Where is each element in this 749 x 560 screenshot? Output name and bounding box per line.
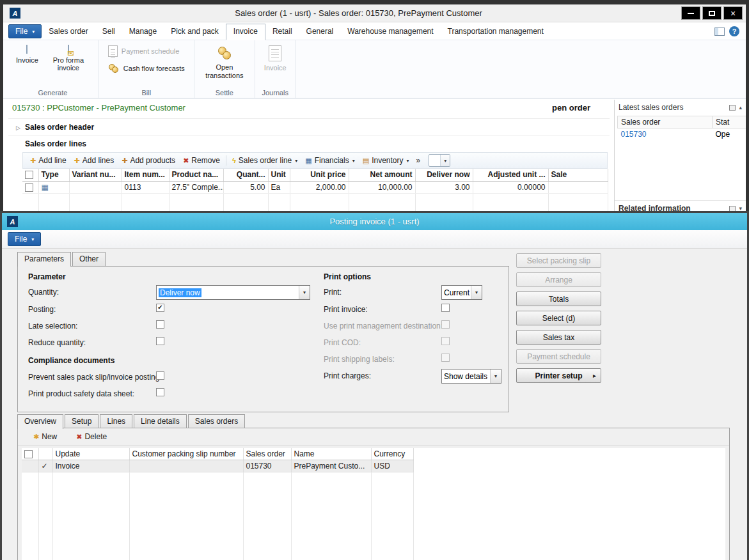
- close-button[interactable]: ×: [723, 6, 743, 20]
- ribbon: Invoice ✉ Pro forma invoice Generate Pay…: [3, 40, 746, 98]
- financials-label: Financials: [315, 156, 349, 165]
- tab-lines[interactable]: Lines: [100, 414, 132, 428]
- tab-line-details[interactable]: Line details: [134, 414, 187, 428]
- remove-button[interactable]: ✖Remove: [179, 155, 224, 166]
- latest-order-status: Ope: [713, 128, 746, 141]
- totals-button[interactable]: Totals: [516, 292, 601, 306]
- reduce-quantity-checkbox[interactable]: [156, 337, 164, 345]
- column-header-type[interactable]: Type: [38, 169, 69, 181]
- dialog-filebar: File ▾: [2, 230, 747, 249]
- column-header-quantity[interactable]: Quant...: [223, 169, 268, 181]
- column-header-unit[interactable]: Unit: [268, 169, 290, 181]
- ribbon-group-generate: Invoice ✉ Pro forma invoice Generate: [7, 40, 99, 98]
- sales-tax-button[interactable]: Sales tax: [516, 330, 601, 345]
- cell-item-number: 0113: [122, 181, 169, 193]
- column-header-deliver-now[interactable]: Deliver now: [415, 169, 473, 181]
- column-header-item-number[interactable]: Item num...: [122, 169, 169, 181]
- tab-setup[interactable]: Setup: [65, 414, 99, 428]
- ribbon-tab-sales-order[interactable]: Sales order: [42, 24, 95, 40]
- maximize-button[interactable]: [702, 6, 721, 20]
- overview-grid: Update Customer packing slip number Sale…: [22, 448, 414, 560]
- grid-header-row: Type Variant nu... Item num... Product n…: [22, 169, 608, 181]
- safety-sheet-checkbox[interactable]: [156, 388, 164, 396]
- invoice-button[interactable]: Invoice: [13, 44, 41, 65]
- tab-other[interactable]: Other: [72, 252, 106, 266]
- sales-line-row[interactable]: ▦ 0113 27.5" Comple... 5.00 Ea 2,000.00 …: [22, 181, 608, 193]
- column-header-sales-price[interactable]: Sale: [548, 169, 608, 181]
- ribbon-tab-pick-and-pack[interactable]: Pick and pack: [164, 24, 226, 40]
- add-products-button[interactable]: ✚Add products: [118, 155, 179, 166]
- print-dropdown[interactable]: Current ▾: [441, 285, 482, 300]
- sales-order-line-menu[interactable]: ϟSales order line▾: [228, 155, 301, 166]
- collapse-up-icon[interactable]: ▴: [739, 104, 742, 111]
- column-header-name[interactable]: Name: [291, 448, 371, 460]
- ribbon-tab-transportation-management[interactable]: Transportation management: [441, 24, 551, 40]
- ribbon-tab-warehouse-management[interactable]: Warehouse management: [340, 24, 440, 40]
- ribbon-tab-general[interactable]: General: [299, 24, 341, 40]
- select-all-checkbox[interactable]: [24, 450, 33, 458]
- tab-sales-orders[interactable]: Sales orders: [188, 414, 245, 428]
- column-header-update[interactable]: Update: [52, 448, 129, 460]
- layout-icon[interactable]: [714, 27, 725, 36]
- group-label-generate: Generate: [7, 89, 99, 97]
- toolbar-overflow-button[interactable]: »: [413, 155, 424, 166]
- quantity-value: Deliver now: [159, 288, 201, 297]
- delete-button[interactable]: ✖Delete: [75, 431, 108, 442]
- posting-checkbox[interactable]: ✔: [156, 304, 164, 312]
- popout-icon[interactable]: [729, 105, 736, 111]
- financials-menu[interactable]: ▦Financials▾: [301, 155, 358, 166]
- column-header-net-amount[interactable]: Net amount: [349, 169, 415, 181]
- cell-update: Invoice: [52, 460, 129, 472]
- chevron-down-icon: ▾: [440, 155, 450, 166]
- file-menu-button[interactable]: File ▾: [8, 24, 42, 38]
- cash-flow-forecasts-button[interactable]: Cash flow forecasts: [106, 61, 187, 75]
- minimize-button[interactable]: [681, 6, 700, 20]
- help-icon[interactable]: ?: [729, 26, 739, 36]
- prevent-posting-checkbox[interactable]: [156, 371, 164, 380]
- new-button[interactable]: ✱New: [32, 431, 58, 442]
- print-invoice-checkbox[interactable]: [441, 304, 450, 312]
- quantity-dropdown[interactable]: Deliver now ▾: [156, 285, 310, 300]
- add-line-button[interactable]: ✚Add line: [26, 155, 70, 166]
- column-header-sales-order[interactable]: Sales order: [243, 448, 291, 460]
- row-checkbox[interactable]: [25, 183, 33, 192]
- column-header-product-name[interactable]: Product na...: [169, 169, 223, 181]
- add-lines-button[interactable]: ✚Add lines: [70, 155, 118, 166]
- column-header-currency[interactable]: Currency: [371, 448, 413, 460]
- pro-forma-invoice-button[interactable]: ✉ Pro forma invoice: [45, 44, 92, 74]
- column-header-variant[interactable]: Variant nu...: [69, 169, 122, 181]
- dialog-file-menu-label: File: [15, 235, 27, 244]
- cell-product-name: 27.5" Comple...: [169, 181, 223, 193]
- expand-icon[interactable]: ▷: [16, 125, 20, 131]
- sales-order-lines-section: Sales order lines: [25, 139, 86, 148]
- ribbon-tab-manage[interactable]: Manage: [122, 24, 164, 40]
- sales-order-link[interactable]: 015730: [621, 130, 647, 139]
- cell-name: PrePayment Custo...: [291, 460, 371, 472]
- printer-setup-button[interactable]: Printer setup ▸: [516, 368, 601, 383]
- main-window-title: Sales order (1 - usrt) - Sales order: 01…: [42, 8, 675, 18]
- column-header-packing-slip-number[interactable]: Customer packing slip number: [129, 448, 243, 460]
- toolbar-view-dropdown[interactable]: ▾: [429, 154, 450, 167]
- print-charges-dropdown[interactable]: Show details ▾: [441, 369, 501, 384]
- factbox-column-sales-order: Sales order: [618, 116, 713, 128]
- dialog-file-menu-button[interactable]: File ▾: [8, 232, 41, 246]
- ribbon-tab-sell[interactable]: Sell: [95, 24, 122, 40]
- column-header-adjusted-unit[interactable]: Adjusted unit ...: [473, 169, 548, 181]
- select-all-checkbox[interactable]: [25, 171, 33, 179]
- column-header-unit-price[interactable]: Unit price: [290, 169, 349, 181]
- open-transactions-button[interactable]: Open transactions: [201, 44, 248, 81]
- ribbon-tab-retail[interactable]: Retail: [265, 24, 299, 40]
- ribbon-tab-invoice[interactable]: Invoice: [226, 24, 265, 40]
- inventory-menu[interactable]: ▤Inventory▾: [359, 155, 413, 166]
- posting-row[interactable]: ✓ Invoice 015730 PrePayment Custo... USD: [22, 460, 413, 472]
- sales-lines-toolbar: ✚Add line ✚Add lines ✚Add products ✖Remo…: [22, 152, 608, 169]
- latest-order-row[interactable]: 015730 Ope: [618, 128, 746, 141]
- sales-order-header-section[interactable]: Sales order header: [25, 123, 94, 132]
- tab-parameters[interactable]: Parameters: [17, 252, 71, 267]
- app-icon: A: [10, 8, 20, 19]
- late-selection-checkbox[interactable]: [156, 320, 164, 329]
- latest-sales-orders-header[interactable]: Latest sales orders ▴: [615, 100, 746, 114]
- tab-overview[interactable]: Overview: [17, 414, 63, 429]
- file-menu-label: File: [15, 27, 28, 36]
- select-button[interactable]: Select (d): [516, 311, 601, 325]
